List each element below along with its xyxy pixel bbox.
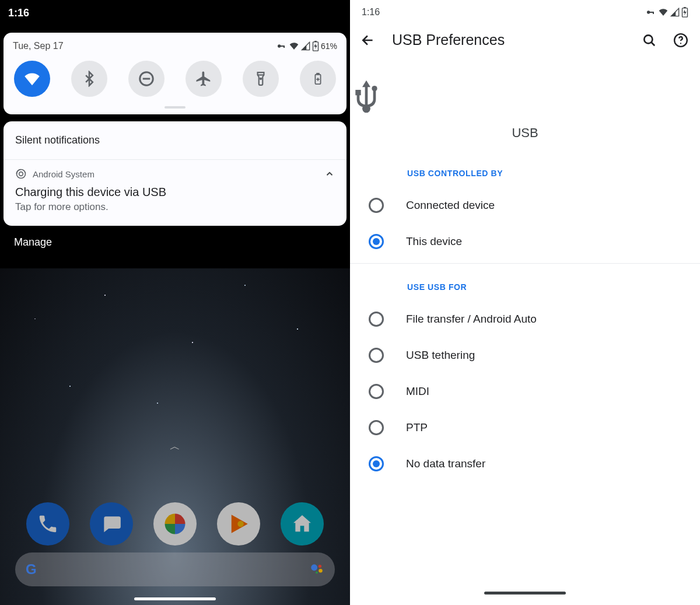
silent-notifications-header: Silent notifications xyxy=(4,121,346,160)
cell-icon xyxy=(670,8,680,17)
statusbar-left: 1:16 xyxy=(0,0,350,26)
svg-point-25 xyxy=(644,35,652,43)
qs-tile-bluetooth[interactable] xyxy=(71,61,107,97)
search-bar[interactable]: G xyxy=(15,552,335,586)
notification-subtitle: Tap for more options. xyxy=(15,201,335,213)
clock: 1:16 xyxy=(362,7,380,18)
notification-app: Android System xyxy=(33,169,94,179)
assistant-icon[interactable] xyxy=(309,562,324,577)
clock: 1:16 xyxy=(8,7,29,19)
messages-icon xyxy=(100,513,123,535)
search-icon xyxy=(642,33,657,48)
arrow-back-icon xyxy=(360,33,376,48)
airplane-icon xyxy=(195,70,212,88)
svg-point-30 xyxy=(372,86,377,91)
google-logo-icon: G xyxy=(26,561,37,578)
dock-home-app[interactable] xyxy=(281,502,324,545)
qs-tile-wifi[interactable] xyxy=(14,61,50,97)
radio-indicator xyxy=(369,384,384,399)
radio-indicator xyxy=(369,420,384,435)
vpn-key-icon xyxy=(275,41,287,51)
dock-messages-app[interactable] xyxy=(90,502,133,545)
qs-tile-airplane[interactable] xyxy=(186,61,222,97)
dock-photos-app[interactable] xyxy=(153,502,197,545)
statusbar-right: 1:16 xyxy=(350,0,700,25)
radio-option[interactable]: USB tethering xyxy=(350,337,700,373)
svg-point-17 xyxy=(318,565,321,568)
usb-label: USB xyxy=(350,125,700,141)
back-button[interactable] xyxy=(360,33,376,48)
home-icon xyxy=(290,512,314,536)
nav-pill[interactable] xyxy=(484,592,566,594)
quick-settings-panel[interactable]: Tue, Sep 17 61% xyxy=(4,33,346,114)
battery-pct: 61% xyxy=(321,41,337,51)
svg-rect-10 xyxy=(317,74,319,75)
svg-point-8 xyxy=(260,78,261,79)
qs-tiles xyxy=(13,61,337,100)
help-icon xyxy=(673,33,688,48)
cell-icon xyxy=(301,41,310,51)
radio-option[interactable]: No data transfer xyxy=(350,446,700,482)
qs-status-icons: 61% xyxy=(275,41,337,51)
bluetooth-icon xyxy=(81,71,97,87)
radio-label: Connected device xyxy=(406,199,495,212)
phone-icon xyxy=(37,513,59,535)
battery-icon xyxy=(312,41,319,51)
dock-play-music-app[interactable] xyxy=(217,502,260,545)
svg-line-26 xyxy=(652,42,654,45)
radio-option[interactable]: PTP xyxy=(350,410,700,446)
qs-tile-dnd[interactable] xyxy=(128,61,164,97)
nav-pill[interactable] xyxy=(134,597,216,600)
phone-left: 1:16 Tue, Sep 17 61% xyxy=(0,0,350,605)
usb-icon xyxy=(350,78,383,118)
radio-label: This device xyxy=(406,235,462,248)
dock-phone-app[interactable] xyxy=(26,502,69,545)
radio-label: PTP xyxy=(406,421,428,434)
play-music-icon xyxy=(226,512,251,536)
usb-hero: USB xyxy=(350,78,700,141)
radio-option[interactable]: This device xyxy=(350,223,700,260)
radio-option[interactable]: File transfer / Android Auto xyxy=(350,301,700,337)
help-button[interactable] xyxy=(673,33,688,48)
manage-button[interactable]: Manage xyxy=(0,226,350,254)
chevron-up-icon[interactable] xyxy=(324,169,335,179)
notification-item[interactable]: Android System Charging this device via … xyxy=(4,160,346,226)
radio-indicator xyxy=(369,198,384,213)
svg-point-19 xyxy=(316,571,318,573)
photos-icon xyxy=(163,512,187,536)
wifi-icon xyxy=(22,69,42,89)
svg-point-14 xyxy=(19,172,23,176)
section-header: USE USB FOR xyxy=(350,278,700,301)
radio-option[interactable]: Connected device xyxy=(350,187,700,223)
toolbar: USB Preferences xyxy=(350,25,700,54)
qs-date: Tue, Sep 17 xyxy=(13,41,64,51)
qs-drag-handle[interactable] xyxy=(164,106,186,109)
qs-tile-battery-saver[interactable] xyxy=(300,61,336,97)
radio-label: USB tethering xyxy=(406,349,475,362)
svg-point-18 xyxy=(318,569,323,573)
svg-point-16 xyxy=(311,564,317,571)
usb-sections: USB CONTROLLED BYConnected deviceThis de… xyxy=(350,164,700,482)
svg-point-20 xyxy=(647,11,650,13)
android-system-icon xyxy=(15,168,27,180)
dnd-icon xyxy=(138,70,155,88)
qs-tile-flashlight[interactable] xyxy=(243,61,279,97)
radio-indicator xyxy=(369,348,384,363)
svg-rect-4 xyxy=(314,41,317,42)
radio-indicator xyxy=(369,312,384,327)
dock xyxy=(0,502,350,545)
battery-icon xyxy=(681,7,688,18)
svg-point-28 xyxy=(680,43,681,44)
wifi-icon xyxy=(289,41,299,51)
radio-label: File transfer / Android Auto xyxy=(406,313,537,326)
search-button[interactable] xyxy=(642,33,657,48)
svg-rect-24 xyxy=(684,7,686,8)
silent-notifications-card: Silent notifications Android System Char… xyxy=(4,121,346,226)
battery-saver-icon xyxy=(312,70,324,88)
divider xyxy=(350,263,700,264)
radio-option[interactable]: MIDI xyxy=(350,373,700,410)
svg-point-0 xyxy=(278,44,281,47)
radio-indicator xyxy=(369,234,384,249)
radio-indicator xyxy=(369,456,384,471)
svg-rect-2 xyxy=(284,46,285,48)
